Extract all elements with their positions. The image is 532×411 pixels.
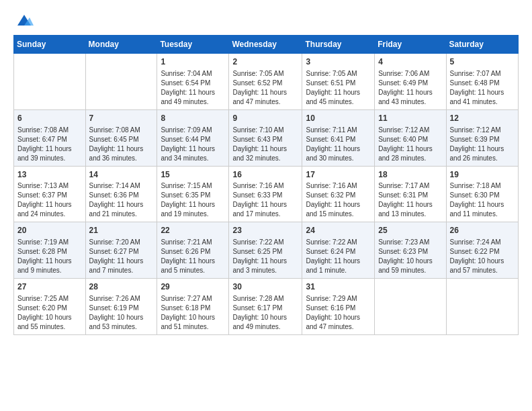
cell-info-line: Sunrise: 7:15 AM [161, 181, 225, 191]
cell-info-line: Sunset: 6:30 PM [450, 191, 515, 200]
cell-info-line: Daylight: 11 hours and 9 minutes. [17, 257, 82, 275]
calendar-cell-w3-d1: 21Sunrise: 7:20 AMSunset: 6:27 PMDayligh… [85, 222, 157, 279]
header-monday: Monday [85, 36, 157, 54]
cell-info-line: Sunrise: 7:28 AM [232, 294, 298, 304]
cell-info-line: Sunrise: 7:17 AM [378, 181, 442, 191]
cell-info-line: Daylight: 11 hours and 43 minutes. [378, 88, 442, 107]
cell-info-line: Sunset: 6:52 PM [232, 79, 298, 88]
cell-info-line: Daylight: 11 hours and 28 minutes. [378, 144, 442, 163]
calendar-week-4: 27Sunrise: 7:25 AMSunset: 6:20 PMDayligh… [14, 279, 519, 335]
cell-info-line: Sunrise: 7:09 AM [161, 126, 225, 135]
cell-info-line: Daylight: 11 hours and 45 minutes. [306, 88, 371, 107]
cell-info-line: Daylight: 11 hours and 41 minutes. [450, 88, 515, 107]
calendar-cell-w0-d2: 1Sunrise: 7:04 AMSunset: 6:54 PMDaylight… [157, 54, 229, 110]
cell-info-line: Daylight: 11 hours and 7 minutes. [89, 257, 154, 275]
cell-info-line: Daylight: 11 hours and 15 minutes. [306, 200, 371, 219]
calendar-cell-w0-d5: 4Sunrise: 7:06 AMSunset: 6:49 PMDaylight… [375, 54, 446, 110]
cell-info-line: Daylight: 11 hours and 26 minutes. [450, 144, 515, 163]
calendar-week-0: 1Sunrise: 7:04 AMSunset: 6:54 PMDaylight… [14, 54, 519, 110]
cell-info-line: Sunrise: 7:12 AM [378, 126, 442, 135]
cell-info-line: Daylight: 11 hours and 21 minutes. [89, 200, 154, 219]
cell-info-line: Sunrise: 7:22 AM [232, 238, 298, 247]
calendar-header-row: Sunday Monday Tuesday Wednesday Thursday… [14, 36, 519, 54]
day-number: 25 [378, 225, 442, 236]
day-number: 24 [306, 225, 371, 236]
cell-info-line: Daylight: 10 hours and 57 minutes. [450, 257, 515, 275]
cell-info-line: Daylight: 11 hours and 13 minutes. [378, 200, 442, 219]
calendar-cell-w2-d5: 18Sunrise: 7:17 AMSunset: 6:31 PMDayligh… [375, 166, 446, 222]
calendar-cell-w4-d6 [446, 279, 518, 335]
day-number: 23 [232, 225, 298, 236]
calendar-cell-w3-d3: 23Sunrise: 7:22 AMSunset: 6:25 PMDayligh… [229, 222, 302, 279]
calendar-cell-w1-d6: 12Sunrise: 7:12 AMSunset: 6:39 PMDayligh… [446, 109, 518, 166]
day-number: 19 [450, 169, 515, 181]
day-number: 27 [17, 281, 82, 293]
cell-info-line: Sunset: 6:54 PM [161, 79, 225, 88]
day-number: 12 [450, 113, 515, 124]
cell-info-line: Sunrise: 7:05 AM [306, 69, 371, 79]
header-thursday: Thursday [302, 36, 375, 54]
calendar-cell-w3-d2: 22Sunrise: 7:21 AMSunset: 6:26 PMDayligh… [157, 222, 229, 279]
cell-info-line: Sunset: 6:27 PM [89, 247, 154, 257]
cell-info-line: Sunrise: 7:18 AM [450, 181, 515, 191]
cell-info-line: Sunrise: 7:20 AM [89, 238, 154, 247]
calendar-cell-w2-d0: 13Sunrise: 7:13 AMSunset: 6:37 PMDayligh… [14, 166, 86, 222]
calendar-cell-w4-d3: 30Sunrise: 7:28 AMSunset: 6:17 PMDayligh… [229, 279, 302, 335]
cell-info-line: Daylight: 11 hours and 3 minutes. [232, 257, 298, 275]
calendar-cell-w3-d4: 24Sunrise: 7:22 AMSunset: 6:24 PMDayligh… [302, 222, 375, 279]
cell-info-line: Daylight: 11 hours and 36 minutes. [89, 144, 154, 163]
cell-info-line: Sunrise: 7:06 AM [378, 69, 442, 79]
header-friday: Friday [375, 36, 446, 54]
day-number: 4 [378, 56, 442, 68]
day-number: 28 [89, 281, 154, 293]
logo [13, 11, 34, 30]
cell-info-line: Sunrise: 7:04 AM [161, 69, 225, 79]
day-number: 2 [232, 56, 298, 68]
cell-info-line: Sunset: 6:26 PM [161, 247, 225, 257]
cell-info-line: Daylight: 11 hours and 5 minutes. [161, 257, 225, 275]
day-number: 5 [450, 56, 515, 68]
cell-info-line: Sunset: 6:45 PM [89, 135, 154, 144]
day-number: 26 [450, 225, 515, 236]
calendar-cell-w1-d0: 6Sunrise: 7:08 AMSunset: 6:47 PMDaylight… [14, 109, 86, 166]
cell-info-line: Sunset: 6:47 PM [17, 135, 82, 144]
cell-info-line: Daylight: 10 hours and 55 minutes. [17, 313, 82, 332]
calendar-week-1: 6Sunrise: 7:08 AMSunset: 6:47 PMDaylight… [14, 109, 519, 166]
day-number: 1 [161, 56, 225, 68]
cell-info-line: Sunrise: 7:21 AM [161, 238, 225, 247]
cell-info-line: Sunrise: 7:24 AM [450, 238, 515, 247]
cell-info-line: Daylight: 11 hours and 49 minutes. [161, 88, 225, 107]
day-number: 10 [306, 113, 371, 124]
cell-info-line: Sunrise: 7:08 AM [17, 126, 82, 135]
day-number: 22 [161, 225, 225, 236]
cell-info-line: Daylight: 10 hours and 53 minutes. [89, 313, 154, 332]
calendar-cell-w0-d6: 5Sunrise: 7:07 AMSunset: 6:48 PMDaylight… [446, 54, 518, 110]
day-number: 17 [306, 169, 371, 181]
day-number: 15 [161, 169, 225, 181]
day-number: 13 [17, 169, 82, 181]
cell-info-line: Sunset: 6:17 PM [232, 304, 298, 313]
cell-info-line: Sunset: 6:32 PM [306, 191, 371, 200]
day-number: 14 [89, 169, 154, 181]
cell-info-line: Daylight: 11 hours and 17 minutes. [232, 200, 298, 219]
cell-info-line: Daylight: 11 hours and 24 minutes. [17, 200, 82, 219]
day-number: 7 [89, 113, 154, 124]
calendar-cell-w1-d3: 9Sunrise: 7:10 AMSunset: 6:43 PMDaylight… [229, 109, 302, 166]
cell-info-line: Sunset: 6:19 PM [89, 304, 154, 313]
cell-info-line: Sunset: 6:44 PM [161, 135, 225, 144]
header-wednesday: Wednesday [229, 36, 302, 54]
cell-info-line: Daylight: 11 hours and 34 minutes. [161, 144, 225, 163]
page: Sunday Monday Tuesday Wednesday Thursday… [0, 0, 532, 343]
calendar-cell-w1-d1: 7Sunrise: 7:08 AMSunset: 6:45 PMDaylight… [85, 109, 157, 166]
calendar-cell-w2-d2: 15Sunrise: 7:15 AMSunset: 6:35 PMDayligh… [157, 166, 229, 222]
cell-info-line: Sunset: 6:20 PM [17, 304, 82, 313]
cell-info-line: Sunset: 6:23 PM [378, 247, 442, 257]
logo-icon [15, 11, 34, 30]
calendar-cell-w2-d4: 17Sunrise: 7:16 AMSunset: 6:32 PMDayligh… [302, 166, 375, 222]
day-number: 30 [232, 281, 298, 293]
calendar-cell-w4-d0: 27Sunrise: 7:25 AMSunset: 6:20 PMDayligh… [14, 279, 86, 335]
cell-info-line: Sunset: 6:41 PM [306, 135, 371, 144]
calendar-cell-w4-d5 [375, 279, 446, 335]
cell-info-line: Daylight: 11 hours and 39 minutes. [17, 144, 82, 163]
cell-info-line: Sunrise: 7:08 AM [89, 126, 154, 135]
